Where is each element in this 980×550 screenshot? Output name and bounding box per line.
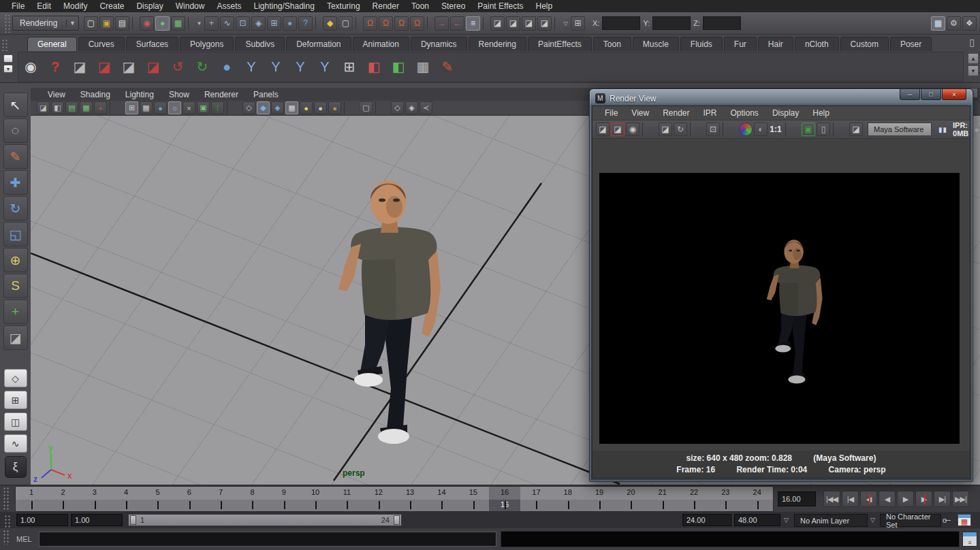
universal-manipulator-icon[interactable]: ⊕: [3, 248, 28, 272]
timeline-frame[interactable]: 2: [47, 487, 78, 511]
render-view-menu-item[interactable]: Render: [656, 108, 696, 118]
shelf-sphere-icon[interactable]: ●: [215, 55, 238, 78]
rv-render-icon[interactable]: ◪: [596, 123, 610, 136]
select-component-icon[interactable]: ▦: [171, 16, 185, 31]
shelf-tab[interactable]: PaintEffects: [528, 37, 592, 51]
shelf-camera-pan-icon[interactable]: ◪: [93, 55, 116, 78]
vp-default-light-icon[interactable]: ●: [314, 101, 327, 114]
shelf-tab[interactable]: Subdivs: [235, 37, 285, 51]
absolute-transform-icon[interactable]: ⊞: [571, 16, 585, 31]
timeline-frame[interactable]: 12: [363, 487, 394, 511]
vp-resolution-gate-icon[interactable]: ●: [154, 101, 167, 114]
shelf-tab[interactable]: Curves: [78, 37, 125, 51]
x-coordinate-field[interactable]: [602, 16, 640, 30]
script-editor-icon[interactable]: ≡: [962, 532, 977, 547]
anim-layer-selector[interactable]: No Anim Layer: [794, 514, 868, 527]
y-coordinate-field[interactable]: [652, 16, 691, 30]
status-line-grip[interactable]: [4, 14, 11, 33]
timeline-frame[interactable]: 8: [236, 487, 268, 511]
step-back-frame-button[interactable]: |◀: [842, 491, 859, 507]
shelf-tab[interactable]: Dynamics: [411, 37, 467, 51]
timeline-frame[interactable]: 5: [142, 487, 173, 511]
last-tool-icon[interactable]: ◪: [3, 325, 28, 350]
render-view-canvas[interactable]: [592, 139, 970, 451]
timeline-frame[interactable]: 4: [110, 487, 142, 511]
vp-wireframe-icon[interactable]: ◇: [242, 101, 255, 114]
vp-film-gate-icon[interactable]: ▦: [140, 101, 153, 114]
maximize-button[interactable]: □: [921, 89, 941, 100]
timeline-frame[interactable]: 1616: [489, 487, 520, 511]
animation-start-field[interactable]: [16, 514, 68, 526]
timeline-frame[interactable]: 7: [205, 487, 236, 511]
panel-menu-item[interactable]: Renderer: [197, 90, 246, 99]
rv-remove-image-icon[interactable]: ▯: [817, 123, 830, 136]
range-end-handle[interactable]: [394, 515, 400, 525]
timeline-frame[interactable]: 19: [584, 487, 615, 511]
step-forward-frame-button[interactable]: ▶|: [934, 491, 951, 507]
shelf-tab[interactable]: Rendering: [469, 37, 526, 51]
shelf-camera-fly-icon[interactable]: ◪: [142, 55, 165, 78]
shelf-scroll-down-icon[interactable]: ▼: [968, 65, 979, 76]
shelf-item-menu-button[interactable]: [3, 54, 13, 63]
render-view-menu-item[interactable]: View: [625, 108, 656, 118]
shelf-cluster-4-icon[interactable]: Y: [313, 55, 336, 78]
timeline-frame[interactable]: 17: [520, 487, 552, 511]
timeline-frame[interactable]: 11: [331, 487, 362, 511]
shelf-select-component-icon[interactable]: ▦: [411, 55, 434, 78]
trash-icon[interactable]: ▯: [969, 37, 975, 48]
shelf-scroll-up-icon[interactable]: ▲: [968, 53, 979, 64]
rv-alpha-channel-icon[interactable]: ◐: [754, 123, 768, 136]
timeline-frame[interactable]: 14: [426, 487, 457, 511]
vp-grid-icon[interactable]: ⊞: [125, 101, 138, 114]
shelf-tab[interactable]: Deformation: [286, 37, 351, 51]
shelf-help-icon[interactable]: ?: [44, 55, 67, 78]
render-view-window[interactable]: M Render View ─□× FileViewRenderIPROptio…: [589, 88, 973, 482]
shelf-tab[interactable]: Animation: [353, 37, 409, 51]
new-scene-icon[interactable]: ▢: [84, 16, 98, 31]
shelf-tab[interactable]: Surfaces: [126, 37, 178, 51]
vp-safe-action-icon[interactable]: ▣: [197, 101, 210, 114]
rv-region-render-icon[interactable]: ⊡: [706, 123, 720, 136]
show-manipulator-icon[interactable]: +: [3, 300, 28, 324]
dragon-layout-icon[interactable]: ξ: [5, 456, 27, 478]
four-pane-layout-button[interactable]: ⊞: [4, 391, 27, 409]
shelf-hypergraph-icon[interactable]: ⊞: [338, 55, 361, 78]
shelf-select-object-icon[interactable]: ◧: [387, 55, 410, 78]
panel-menu-item[interactable]: View: [40, 90, 73, 99]
current-time-field[interactable]: [778, 491, 816, 506]
render-view-menu-item[interactable]: Help: [806, 108, 836, 118]
menu-file[interactable]: File: [5, 1, 31, 11]
render-view-menu-item[interactable]: IPR: [697, 108, 724, 118]
vp-image-plane-icon[interactable]: ▦: [80, 101, 93, 114]
renderer-selector[interactable]: Maya Software: [868, 123, 932, 136]
shelf-camera-dolly-icon[interactable]: ◪: [117, 55, 140, 78]
render-current-frame-icon[interactable]: ◪: [506, 16, 520, 31]
move-tool-icon[interactable]: ✚: [3, 170, 28, 195]
command-line-grip[interactable]: [3, 530, 10, 545]
menu-create[interactable]: Create: [93, 1, 130, 11]
timeline-frame[interactable]: 13: [394, 487, 426, 511]
rv-refresh-ipr-icon[interactable]: ↻: [674, 123, 687, 136]
snap-magnet-curve-icon[interactable]: Ω: [379, 16, 393, 31]
timeline-frame[interactable]: 21: [647, 487, 678, 511]
vp-textured-icon[interactable]: ◈: [271, 101, 284, 114]
timeline-frame[interactable]: 23: [710, 487, 741, 511]
rv-snapshot-icon[interactable]: ◉: [626, 123, 639, 136]
shelf-camera-orbit-icon[interactable]: ◪: [68, 55, 91, 78]
render-settings-icon[interactable]: ◪: [537, 16, 552, 31]
rv-keep-image-icon[interactable]: ▣: [802, 123, 815, 136]
shelf-playblast-icon[interactable]: ◉: [19, 55, 42, 78]
auto-keyframe-icon[interactable]: ▦: [958, 514, 971, 526]
close-button[interactable]: ×: [942, 89, 966, 100]
channel-box-icon[interactable]: ▦: [931, 16, 945, 31]
timeline-frame[interactable]: 9: [268, 487, 300, 511]
shelf-tab[interactable]: Hair: [758, 37, 793, 51]
shelf-redo-icon[interactable]: ↻: [191, 55, 214, 78]
save-scene-icon[interactable]: ▤: [115, 16, 129, 31]
shelf-grip[interactable]: [1, 39, 8, 51]
shelf-tab[interactable]: Poser: [890, 37, 932, 51]
menu-paint-effects[interactable]: Paint Effects: [471, 1, 529, 11]
character-set-dropdown-icon[interactable]: ▽: [870, 517, 875, 523]
scale-tool-icon[interactable]: ◱: [3, 222, 28, 246]
vp-gate-mask-icon[interactable]: ○: [168, 101, 181, 114]
